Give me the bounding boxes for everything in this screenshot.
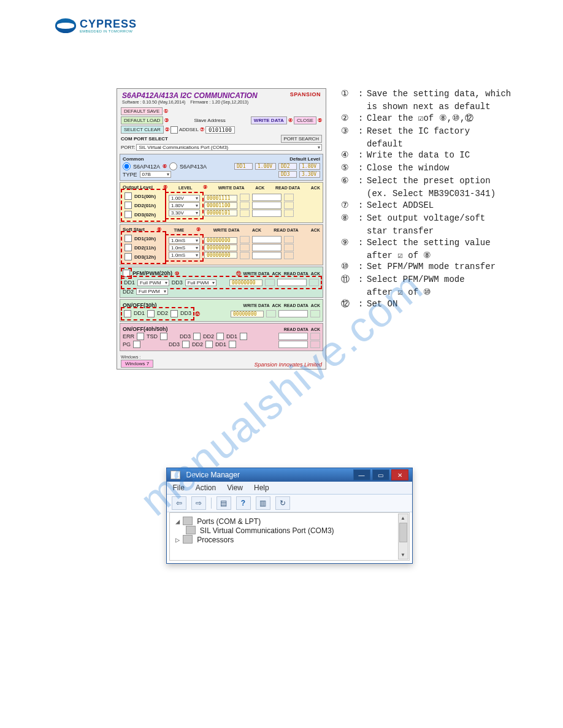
com-port-node[interactable]: SIL Virtual Communications Port (COM3) <box>200 526 334 535</box>
status-section: ON/OFF(40h/50h) READ DATA ACK ERR TSD DD… <box>120 323 323 351</box>
minimize-button[interactable]: — <box>353 469 370 480</box>
legend-separator: : <box>358 126 367 137</box>
menu-action[interactable]: Action <box>196 483 216 492</box>
ack-col-ol: ACK <box>255 186 264 190</box>
scrollbar[interactable]: ▲ ▼ <box>398 514 408 559</box>
legend-continuation: star transfer <box>367 226 523 237</box>
menu-view[interactable]: View <box>227 483 243 492</box>
ss-dd2-sel[interactable]: 1.0mS <box>169 245 200 251</box>
ol-dd2-sel[interactable]: 1.80V <box>169 202 200 209</box>
port-select[interactable]: SIL Virtual Communications Port (COM3) <box>136 144 322 151</box>
forward-button[interactable]: ⇨ <box>191 496 206 510</box>
legend-item: ⑤:Close the window <box>341 162 523 174</box>
ss-dd1-check[interactable] <box>124 235 132 242</box>
legend-number: ⑦ <box>341 200 358 211</box>
os-value: Windows 7 <box>121 360 153 368</box>
toolbar-icon-1[interactable]: ▤ <box>216 496 231 510</box>
type-select[interactable]: 07B <box>140 171 171 178</box>
ss-dd1-sel[interactable]: 1.0mS <box>169 237 200 244</box>
default-load-button[interactable]: DEFAULT LOAD <box>121 116 163 124</box>
def-dd3: DD3 <box>278 171 297 178</box>
write-data-button[interactable]: WRITE DATA <box>251 116 287 124</box>
ports-node[interactable]: Ports (COM & LPT) <box>197 517 261 526</box>
maximize-button[interactable]: ▭ <box>372 469 389 480</box>
pfm-dd3-sel[interactable]: Full PWM <box>185 279 217 286</box>
chip-b-radio[interactable] <box>169 162 177 170</box>
ss-dd2-check[interactable] <box>124 244 132 251</box>
legend-number: ③ <box>341 126 358 137</box>
ack2-col-on: ACK <box>311 303 320 308</box>
addsel-value[interactable]: 0101100 <box>205 126 235 134</box>
scroll-up-arrow[interactable]: ▲ <box>399 514 408 522</box>
ro-dd1b: DD1 <box>215 341 226 347</box>
help-icon[interactable]: ? <box>236 496 251 510</box>
scroll-thumb[interactable] <box>399 523 407 542</box>
refresh-icon[interactable]: ↻ <box>275 496 290 510</box>
legend-text: Close the window <box>367 162 523 174</box>
legend-item: ⑩:Set PFM/PWM mode transfer <box>341 261 523 273</box>
device-manager-icon <box>170 471 180 479</box>
i2c-communication-window: SPANSION S6AP412A/413A I2C COMMUNICATION… <box>117 88 326 370</box>
ol-dd2-wd: 00001100 <box>204 202 237 209</box>
rd-col-ro: READ DATA <box>284 327 308 332</box>
tree-expand-ports[interactable]: ◢ <box>175 517 181 526</box>
legend-item: ⑫:Set ON <box>341 298 523 310</box>
legend-number: ⑪ <box>341 274 358 286</box>
tree-expand-processors[interactable]: ▷ <box>175 536 181 544</box>
software-version: Software : 0.10.50 (May,16,2014) <box>122 100 185 104</box>
callout-5: ⑤ <box>318 118 322 123</box>
toolbar-icon-2[interactable]: ▥ <box>256 496 270 510</box>
legend-separator: : <box>358 274 367 286</box>
ol-dd2-check[interactable] <box>124 202 132 209</box>
on-dd1-check[interactable] <box>124 310 131 317</box>
scroll-down-arrow[interactable]: ▼ <box>399 551 408 559</box>
ss-dd1-wd: 00000000 <box>204 237 237 244</box>
addsel-checkbox[interactable] <box>170 126 178 134</box>
callout-10: ⑩ <box>175 271 179 276</box>
back-button[interactable]: ⇦ <box>172 496 186 510</box>
pfm-dd2-label: DD2 <box>123 289 134 295</box>
callout-2: ② <box>165 127 169 132</box>
port-label: PORT: <box>121 145 135 150</box>
ss-dd3-sel[interactable]: 1.0mS <box>169 252 200 259</box>
processors-node[interactable]: Processors <box>197 536 234 544</box>
ol-dd3-check[interactable] <box>124 211 132 218</box>
close-button[interactable]: CLOSE <box>294 116 316 124</box>
default-save-button[interactable]: DEFAULT SAVE <box>121 107 163 115</box>
ol-dd1-sel[interactable]: 1.00V <box>169 195 200 202</box>
device-manager-toolbar: ⇦ ⇨ ▤ ? ▥ ↻ <box>167 495 412 512</box>
ss-dd3-check[interactable] <box>124 253 132 260</box>
on-dd3-check[interactable] <box>170 310 178 317</box>
legend-number: ① <box>341 88 358 100</box>
pfm-dd2-sel[interactable]: Full PWM <box>136 288 168 295</box>
default-level-label: Default Level <box>289 156 320 162</box>
legend-text: Write the data to IC <box>367 150 523 161</box>
menu-file[interactable]: File <box>173 483 185 492</box>
window-close-button[interactable]: ✕ <box>391 469 408 480</box>
ss-dd3-wd: 00000000 <box>204 252 237 259</box>
ro-dd3a: DD3 <box>180 333 191 339</box>
legend-text: Set PFM/PWM mode transfer <box>367 261 523 273</box>
legend-item: ⑥:Select the preset option <box>341 175 523 187</box>
legend-separator: : <box>358 162 367 174</box>
ol-ack1 <box>240 194 250 201</box>
callout-9-ss: ⑨ <box>196 227 201 232</box>
port-search-button[interactable]: PORT SEARCH <box>281 135 323 143</box>
pfm-check[interactable] <box>123 270 130 277</box>
ol-dd3-sel[interactable]: 3.30V <box>169 210 200 216</box>
legend-continuation: default <box>367 138 523 150</box>
legend-item: ③:Reset the IC factory <box>341 126 523 137</box>
ol-rd1 <box>252 194 282 201</box>
legend-number: ② <box>341 113 358 124</box>
ol-dd1-check[interactable] <box>124 192 132 200</box>
menu-help[interactable]: Help <box>254 483 269 492</box>
on-dd2-check[interactable] <box>147 310 155 317</box>
pfm-dd1-sel[interactable]: Full PWM <box>137 279 169 286</box>
ro-tsd: TSD <box>147 333 158 339</box>
legend-item: ⑧:Set output voltage/soft <box>341 213 523 224</box>
select-clear-button[interactable]: SELECT CLEAR <box>121 126 164 134</box>
callout-1: ① <box>164 108 168 114</box>
legend-continuation: is shown next as default <box>367 101 523 113</box>
chip-a-radio[interactable] <box>123 162 131 170</box>
legend-text: Set output voltage/soft <box>367 213 523 224</box>
